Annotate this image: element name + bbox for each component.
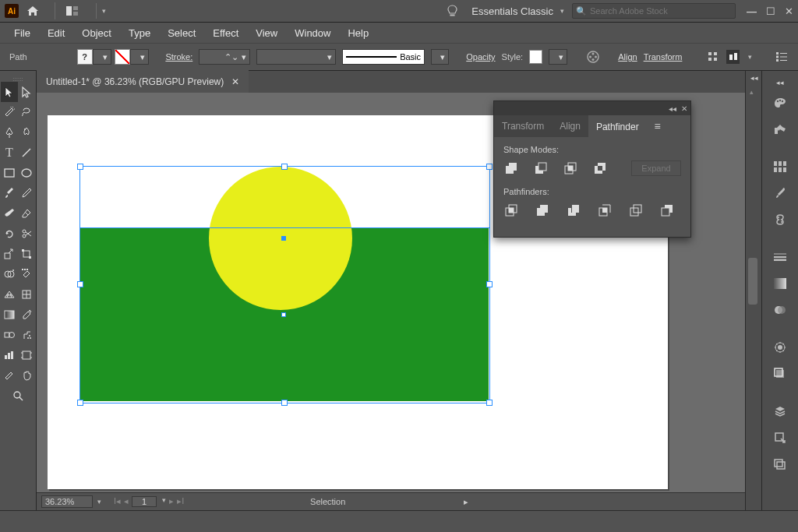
document-tab[interactable]: Untitled-1* @ 36.23% (RGB/GPU Preview) ✕ [37, 69, 249, 93]
tab-align[interactable]: Align [552, 115, 588, 137]
selection-handle[interactable] [281, 164, 288, 170]
line-segment-tool[interactable] [18, 143, 35, 163]
hand-tool[interactable] [18, 365, 35, 386]
artboard-tool[interactable] [18, 345, 35, 365]
panel-menu-icon[interactable]: ≡ [647, 115, 669, 137]
layers-panel-icon[interactable] [770, 401, 790, 421]
perspective-grid-tool[interactable] [1, 284, 18, 305]
color-guide-panel-icon[interactable] [770, 119, 790, 139]
eraser-tool[interactable] [18, 203, 35, 224]
expand-panels-icon[interactable]: ◂◂ [750, 74, 758, 82]
workspace-switcher[interactable]: Essentials Classic [471, 5, 553, 17]
menu-select[interactable]: Select [161, 25, 202, 41]
home-icon[interactable] [26, 5, 39, 16]
paintbrush-tool[interactable] [1, 183, 18, 203]
selection-handle[interactable] [486, 164, 493, 170]
canvas[interactable]: ◂◂ ✕ Transform Align Pathfinder ≡ Shape … [37, 93, 745, 493]
panel-header[interactable]: ◂◂ ✕ [494, 101, 690, 115]
transform-link[interactable]: Transform [644, 52, 683, 62]
blob-brush-tool[interactable] [1, 203, 18, 224]
menu-effect[interactable]: Effect [207, 25, 245, 41]
search-field[interactable] [588, 5, 716, 16]
variable-width-dropdown[interactable]: ▾ [256, 49, 336, 65]
selection-handle[interactable] [281, 400, 288, 406]
expand-panels-icon[interactable]: ◂◂ [776, 79, 784, 86]
selection-handle[interactable] [486, 281, 493, 287]
align-pixel-grid-icon[interactable] [726, 50, 740, 64]
brush-dropdown[interactable]: ▾ [431, 49, 449, 65]
column-graph-tool[interactable] [1, 345, 18, 365]
menu-file[interactable]: File [8, 25, 37, 41]
selection-handle[interactable] [77, 281, 83, 287]
eyedropper-tool[interactable] [18, 305, 35, 325]
scissors-tool[interactable] [18, 224, 35, 244]
live-paint-tool[interactable] [18, 264, 35, 284]
align-link[interactable]: Align [618, 52, 637, 62]
lightbulb-icon[interactable] [447, 5, 457, 17]
mesh-tool[interactable] [18, 284, 35, 305]
minimize-button[interactable]: — [747, 5, 757, 17]
brushes-panel-icon[interactable] [770, 183, 790, 203]
artboard-number-input[interactable]: 1 [132, 496, 157, 507]
scale-tool[interactable] [1, 244, 18, 264]
collapse-panel-icon[interactable]: ◂◂ [669, 104, 676, 113]
selection-handle[interactable] [77, 400, 83, 406]
next-artboard-icon[interactable]: ▸ [169, 496, 174, 507]
transparency-panel-icon[interactable] [770, 300, 790, 320]
free-transform-tool[interactable] [18, 244, 35, 264]
search-stock-input[interactable]: 🔍 [572, 3, 736, 19]
brush-definition[interactable]: Basic [342, 49, 425, 65]
symbol-sprayer-tool[interactable] [18, 325, 35, 345]
swatches-panel-icon[interactable] [770, 157, 790, 177]
magic-wand-tool[interactable] [1, 102, 18, 122]
maximize-button[interactable]: ☐ [766, 5, 775, 17]
prev-artboard-icon[interactable]: ◂ [124, 496, 129, 507]
isolate-icon[interactable] [707, 50, 720, 64]
minus-front-icon[interactable] [533, 160, 549, 176]
menu-edit[interactable]: Edit [41, 25, 71, 41]
type-tool[interactable]: T [1, 143, 18, 163]
close-tab-icon[interactable]: ✕ [231, 76, 239, 87]
last-artboard-icon[interactable]: ▸I [177, 496, 184, 507]
stroke-dropdown[interactable]: ▾ [130, 49, 149, 65]
outline-icon[interactable] [628, 203, 644, 218]
direct-selection-tool[interactable] [18, 82, 35, 102]
fill-dropdown[interactable]: ▾ [93, 49, 111, 65]
menu-window[interactable]: Window [288, 25, 337, 41]
selection-tool[interactable] [1, 82, 18, 102]
chevron-down-icon[interactable]: ▾ [560, 7, 564, 15]
tab-pathfinder[interactable]: Pathfinder [588, 115, 647, 137]
shape-builder-tool[interactable] [1, 264, 18, 284]
intersect-icon[interactable] [563, 160, 578, 176]
zoom-tool[interactable] [8, 386, 28, 406]
stroke-weight-dropdown[interactable]: ⌃⌄▾ [199, 49, 250, 65]
gradient-panel-icon[interactable] [770, 273, 790, 294]
rectangle-tool[interactable] [1, 163, 18, 183]
style-swatch[interactable] [529, 50, 542, 64]
tab-transform[interactable]: Transform [494, 115, 552, 137]
gradient-tool[interactable] [1, 305, 18, 325]
menu-object[interactable]: Object [76, 25, 118, 41]
selection-handle[interactable] [77, 164, 83, 170]
blend-tool[interactable] [1, 325, 18, 345]
rotate-tool[interactable] [1, 224, 18, 244]
opacity-link[interactable]: Opacity [466, 52, 495, 62]
stroke-swatch[interactable] [115, 49, 130, 65]
fill-swatch[interactable]: ? [77, 49, 93, 65]
slice-tool[interactable] [1, 365, 18, 386]
chevron-down-icon[interactable]: ▾ [102, 7, 106, 15]
close-button[interactable]: ✕ [785, 5, 793, 17]
trim-icon[interactable] [535, 203, 550, 218]
pen-tool[interactable] [1, 122, 18, 143]
exclude-icon[interactable] [592, 160, 608, 176]
first-artboard-icon[interactable]: I◂ [114, 496, 121, 507]
asset-export-panel-icon[interactable] [770, 428, 790, 448]
curvature-tool[interactable] [18, 122, 35, 143]
close-panel-icon[interactable]: ✕ [681, 104, 687, 113]
chevron-down-icon[interactable]: ▾ [748, 53, 752, 61]
scrollbar-thumb[interactable] [748, 258, 757, 305]
graphic-styles-panel-icon[interactable] [770, 364, 790, 384]
recolor-artwork-icon[interactable] [586, 50, 600, 64]
divide-icon[interactable] [503, 203, 519, 218]
merge-icon[interactable] [566, 203, 581, 218]
